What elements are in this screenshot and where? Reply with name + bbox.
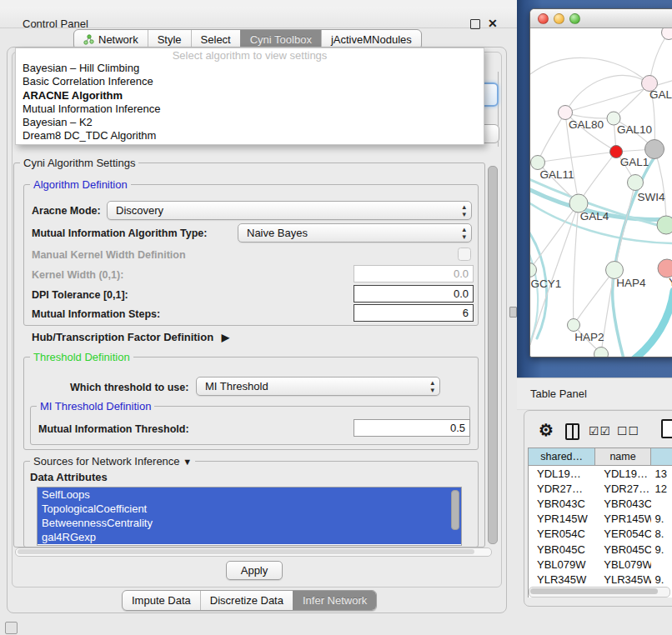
spinner-icon: ▴▾ bbox=[430, 379, 434, 394]
close-traffic-light-icon[interactable] bbox=[538, 13, 549, 24]
node-salmon[interactable] bbox=[658, 259, 672, 278]
settings-horizontal-scrollbar[interactable] bbox=[15, 548, 492, 557]
network-view-window[interactable]: GAL80 GAL10 GAL1 GAL11 SWI4 GAL4 GCY1 HA… bbox=[529, 8, 672, 358]
sources-title-text: Sources for Network Inference bbox=[33, 455, 180, 468]
tab-cyni-toolbox-label: Cyni Toolbox bbox=[250, 33, 312, 46]
table-hscroll-thumb[interactable] bbox=[530, 588, 658, 594]
zoom-traffic-light-icon[interactable] bbox=[569, 13, 580, 24]
table-row[interactable]: YPR145WYPR145W9. bbox=[529, 512, 672, 527]
columns-icon[interactable] bbox=[565, 423, 579, 440]
hscroll-thumb[interactable] bbox=[18, 549, 474, 554]
node-gal80[interactable] bbox=[559, 106, 573, 120]
close-icon[interactable]: ✕ bbox=[488, 17, 498, 30]
tab-discretize-data-label: Discretize Data bbox=[210, 594, 283, 607]
tab-discretize-data[interactable]: Discretize Data bbox=[200, 591, 293, 610]
collapsed-arrow-icon: ▶ bbox=[222, 332, 229, 343]
dropdown-placeholder: Select algorithm to view settings bbox=[16, 48, 484, 62]
tab-jactivemnodules-label: jActiveMNodules bbox=[331, 33, 412, 46]
aracne-mode-combo[interactable]: Discovery ▴▾ bbox=[107, 201, 472, 220]
column-header-name[interactable]: name bbox=[595, 448, 650, 466]
mi-steps-field[interactable] bbox=[354, 304, 474, 322]
node-table[interactable]: shared… name YDL19…YDL19…13 YDR27…YDR27…… bbox=[528, 448, 672, 598]
unchecked-boxes-icon[interactable]: ☐☐ bbox=[617, 424, 639, 438]
node-label-y-partial: Y bbox=[669, 276, 672, 288]
node-gal11[interactable] bbox=[531, 156, 545, 170]
dpi-tolerance-field[interactable] bbox=[354, 285, 474, 302]
kernel-width-label: Kernel Width (0,1): bbox=[32, 269, 123, 281]
dropdown-item-mutual-information[interactable]: Mutual Information Inference bbox=[16, 102, 484, 116]
panel-splitter-grip[interactable] bbox=[509, 307, 517, 318]
data-attributes-label: Data Attributes bbox=[30, 471, 108, 483]
network-edges-teal bbox=[530, 153, 672, 357]
mi-threshold-group-title: MI Threshold Definition bbox=[37, 400, 154, 412]
dropdown-item-bayesian-hill-climbing[interactable]: Bayesian – Hill Climbing bbox=[16, 62, 484, 75]
node-label-gal10: GAL10 bbox=[617, 123, 652, 136]
table-row[interactable]: YBL079WYBL079W bbox=[529, 557, 672, 572]
node-top-right[interactable] bbox=[662, 28, 672, 40]
table-row[interactable]: YDR27…YDR27…12 bbox=[529, 481, 672, 496]
tab-select-label: Select bbox=[201, 33, 231, 46]
float-window-icon[interactable] bbox=[470, 19, 480, 29]
checked-boxes-icon[interactable]: ☑☑ bbox=[589, 424, 611, 438]
list-vertical-scrollbar[interactable] bbox=[451, 490, 459, 530]
table-row[interactable]: YDL19…YDL19…13 bbox=[529, 466, 672, 481]
node-label-gal4: GAL4 bbox=[580, 210, 609, 222]
dropdown-item-bayesian-k2[interactable]: Bayesian – K2 bbox=[16, 116, 484, 129]
network-window-titlebar[interactable] bbox=[530, 9, 672, 28]
list-item-gal4rgexp[interactable]: gal4RGexp bbox=[38, 530, 461, 544]
column-header-partial[interactable] bbox=[651, 448, 672, 466]
node-label-gal11: GAL11 bbox=[539, 168, 574, 181]
settings-group-title: Cyni Algorithm Settings bbox=[20, 157, 138, 169]
dropdown-item-aracne[interactable]: ARACNE Algorithm bbox=[16, 89, 484, 102]
node-label-gcy1: GCY1 bbox=[531, 278, 562, 290]
aracne-mode-value: Discovery bbox=[116, 204, 163, 217]
gear-icon[interactable]: ⚙ bbox=[539, 420, 554, 440]
node-label-hap4: HAP4 bbox=[616, 277, 646, 289]
table-row[interactable]: YBR045CYBR045C9. bbox=[529, 542, 672, 557]
network-graph: GAL80 GAL10 GAL1 GAL11 SWI4 GAL4 GCY1 HA… bbox=[530, 28, 672, 357]
network-canvas[interactable]: GAL80 GAL10 GAL1 GAL11 SWI4 GAL4 GCY1 HA… bbox=[530, 28, 672, 357]
bottom-tabs: Impute Data Discretize Data Infer Networ… bbox=[122, 590, 377, 611]
apply-button[interactable]: Apply bbox=[226, 561, 283, 580]
tab-infer-network[interactable]: Infer Network bbox=[293, 591, 376, 610]
which-threshold-combo[interactable]: MI Threshold ▴▾ bbox=[196, 377, 440, 396]
tab-impute-data[interactable]: Impute Data bbox=[123, 591, 200, 610]
column-header-shared[interactable]: shared… bbox=[529, 448, 595, 466]
manual-kernel-checkbox[interactable] bbox=[458, 248, 471, 261]
hub-section-toggle[interactable]: Hub/Transcription Factor Definition ▶ bbox=[32, 331, 229, 343]
table-row[interactable]: YBR043CYBR043C bbox=[529, 496, 672, 511]
list-item-betweennesscentrality[interactable]: BetweennessCentrality bbox=[38, 516, 461, 530]
aracne-mode-label: Aracne Mode: bbox=[32, 205, 101, 217]
control-panel-titlebar: Control Panel ✕ bbox=[0, 7, 517, 28]
spinner-icon: ▴▾ bbox=[462, 226, 466, 241]
table-row[interactable]: YLR345WYLR345W9. bbox=[529, 572, 672, 587]
node-green-right[interactable] bbox=[657, 216, 672, 234]
sources-group-title[interactable]: Sources for Network Inference ▼ bbox=[30, 455, 195, 468]
mi-type-value: Naive Bayes bbox=[247, 227, 308, 239]
tab-network-label: Network bbox=[98, 33, 138, 46]
table-panel-title: Table Panel bbox=[530, 388, 587, 400]
minimize-traffic-light-icon[interactable] bbox=[554, 13, 564, 24]
node-swi4[interactable] bbox=[628, 175, 644, 191]
dropdown-item-basic-correlation[interactable]: Basic Correlation Inference bbox=[16, 75, 484, 88]
node-hap2[interactable] bbox=[568, 319, 580, 332]
data-attributes-list[interactable]: SelfLoops TopologicalCoefficient Between… bbox=[37, 487, 462, 546]
kernel-width-field[interactable] bbox=[354, 265, 474, 282]
list-item-topologicalcoefficient[interactable]: TopologicalCoefficient bbox=[38, 502, 461, 516]
settings-vertical-scrollbar[interactable] bbox=[488, 166, 498, 544]
mi-type-combo[interactable]: Naive Bayes ▴▾ bbox=[238, 223, 472, 242]
tab-style-label: Style bbox=[158, 33, 182, 46]
node-label-gal1: GAL1 bbox=[620, 156, 649, 168]
apply-button-label: Apply bbox=[241, 564, 268, 577]
panel-toggle-icon[interactable] bbox=[5, 622, 18, 634]
mi-threshold-field[interactable] bbox=[354, 419, 470, 437]
dropdown-item-dream8[interactable]: Dream8 DC_TDC Algorithm bbox=[16, 129, 484, 142]
table-header-row: shared… name bbox=[529, 448, 672, 466]
algorithm-definition-title: Algorithm Definition bbox=[30, 178, 131, 191]
expanded-arrow-icon: ▼ bbox=[183, 457, 192, 467]
table-horizontal-scrollbar[interactable] bbox=[529, 587, 670, 598]
table-row[interactable]: YER054CYER054C8. bbox=[529, 527, 672, 542]
list-item-selfloops[interactable]: SelfLoops bbox=[38, 488, 461, 502]
node-label-gal-top: GAL bbox=[649, 88, 672, 101]
document-icon[interactable] bbox=[661, 419, 672, 438]
